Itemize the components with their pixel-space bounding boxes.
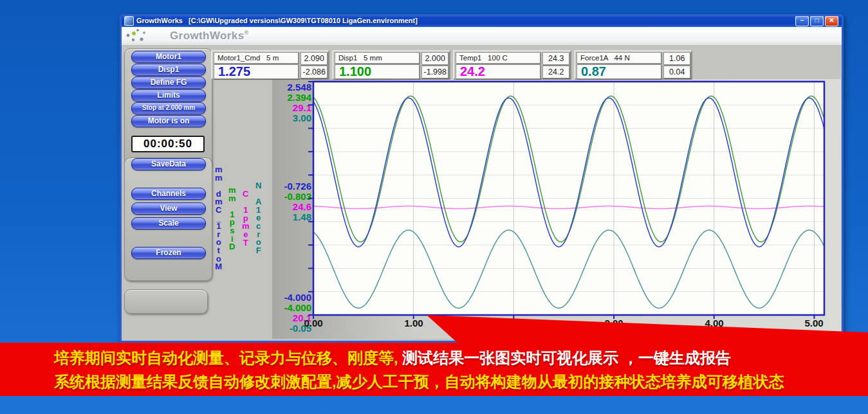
channel-name-force1a: Force1A N — [255, 182, 261, 255]
x-tick-label: 4.00 — [699, 318, 730, 328]
readout-max: 1.06 — [663, 52, 690, 65]
x-tick-label: 0.00 — [298, 318, 329, 328]
readout-title: Motor1_Cmd 5 m — [214, 52, 299, 64]
titlebar[interactable]: GrowthWorks [C:\GW\Upgraded versions\GW3… — [120, 14, 844, 27]
define-fg-button[interactable]: Define FG — [131, 76, 206, 89]
readout-main: Temp1 100 C 24.2 — [456, 52, 540, 78]
force1a-readout: Force1A 44 N 0.87 1.06 0.04 — [574, 50, 692, 80]
minimize-button[interactable]: – — [795, 15, 809, 26]
annotation-banner: 培养期间实时自动化测量、记录力与位移、刚度等, 测试结果一张图实时可视化展示 ，… — [0, 343, 868, 396]
y-label: -0.726 — [270, 181, 311, 192]
disp1-readout: Disp1 5 mm 1.100 2.000 -1.998 — [332, 50, 450, 80]
readout-title: Temp1 100 C — [456, 52, 540, 64]
readout-max: 2.000 — [421, 52, 448, 65]
readout-minmax: 2.000 -1.998 — [421, 52, 448, 78]
banner-line1-white: 测试结果一张图实时可视化展示 ，一键生成报告 — [402, 349, 731, 366]
readout-main: Motor1_Cmd 5 m 1.275 — [214, 52, 299, 78]
registered-mark: ® — [245, 30, 249, 36]
y-label: -4.000 — [270, 303, 311, 313]
logo-header: GrowthWorks® — [120, 27, 844, 45]
channels-button[interactable]: Channels — [131, 188, 206, 200]
y-label: 29.1 — [270, 103, 311, 113]
desktop: GrowthWorks [C:\GW\Upgraded versions\GW3… — [0, 0, 868, 414]
scope-panel: SCOPE Channels View Scale Frozen SaveDat… — [124, 158, 212, 281]
motor1-cmd-readout: Motor1_Cmd 5 m 1.275 2.090 -2.086 — [211, 50, 329, 80]
motor-is-on-button[interactable]: Motor is on — [131, 115, 206, 127]
y-axis-labels-middle: -0.726 -0.803 24.6 1.48 — [270, 181, 311, 222]
x-tick-label: 5.00 — [799, 318, 829, 328]
temp1-readout: Temp1 100 C 24.2 24.3 24.2 — [453, 50, 571, 80]
motor-control-panel: Motor1 Disp1 Define FG Limits Stop at 2.… — [124, 48, 212, 168]
frozen-button[interactable]: Frozen — [131, 247, 206, 259]
readout-min: 0.04 — [663, 66, 690, 78]
channel-name-temp1: Temp1 C — [242, 190, 250, 247]
limits-button[interactable]: Limits — [131, 89, 206, 102]
readout-max: 2.090 — [300, 52, 328, 65]
y-label: 2.394 — [270, 93, 311, 103]
view-button[interactable]: View — [131, 203, 206, 215]
app-icon — [124, 16, 134, 26]
readout-min: 24.2 — [542, 66, 569, 78]
savedata-button[interactable]: SaveData — [131, 158, 206, 170]
window-controls: – □ ✕ — [795, 15, 838, 26]
readout-main: Disp1 5 mm 1.100 — [335, 52, 420, 78]
x-tick-label: 3.00 — [598, 318, 629, 328]
x-tick-label: 2.00 — [498, 318, 529, 328]
readout-minmax: 24.3 24.2 — [542, 52, 569, 78]
disp1-button[interactable]: Disp1 — [131, 64, 206, 76]
readout-main: Force1A 44 N 0.87 — [577, 52, 661, 78]
readout-value: 0.87 — [577, 64, 661, 79]
motor1-button[interactable]: Motor1 — [131, 51, 206, 63]
readout-value: 1.100 — [335, 64, 420, 79]
readout-minmax: 1.06 0.04 — [663, 52, 690, 78]
readout-value: 24.2 — [456, 64, 540, 79]
stop-at-button[interactable]: Stop at 2.000 mm — [131, 102, 206, 114]
y-label: 2.548 — [270, 82, 311, 93]
close-button[interactable]: ✕ — [825, 15, 838, 26]
scale-button[interactable]: Scale — [131, 217, 206, 230]
channel-name-disp1: Disp1 mm — [228, 186, 236, 251]
empty-panel — [124, 289, 208, 314]
scope-plot — [307, 80, 831, 323]
y-axis-labels-top: 2.548 2.394 29.1 3.00 — [270, 82, 311, 123]
readout-minmax: 2.090 -2.086 — [300, 52, 328, 78]
banner-line2: 系统根据测量结果反馈自动修改刺激配置,减少人工干预，自动将构建物从最初的接种状态… — [54, 372, 784, 392]
y-label: -4.000 — [270, 292, 311, 303]
maximize-button[interactable]: □ — [810, 15, 824, 26]
y-label: 3.00 — [270, 113, 311, 123]
banner-line1-yellow: 培养期间实时自动化测量、记录力与位移、刚度等, — [54, 349, 402, 366]
readout-min: -1.998 — [421, 66, 448, 78]
x-tick-label: 1.00 — [398, 318, 429, 328]
readout-title: Force1A 44 N — [577, 52, 661, 64]
channel-name-motor1-cmd: Motor1_Cmd mm — [215, 166, 223, 271]
growthworks-logo-icon — [125, 28, 148, 44]
readout-max: 24.3 — [542, 52, 569, 65]
y-label: 1.48 — [270, 212, 311, 222]
y-label: 24.6 — [270, 202, 311, 212]
app-window: GrowthWorks [C:\GW\Upgraded versions\GW3… — [120, 14, 844, 343]
readout-min: -2.086 — [300, 66, 328, 78]
banner-line1: 培养期间实时自动化测量、记录力与位移、刚度等, 测试结果一张图实时可视化展示 ，… — [54, 348, 731, 368]
readout-title: Disp1 5 mm — [335, 52, 420, 64]
readout-value: 1.275 — [214, 64, 299, 79]
window-title: GrowthWorks [C:\GW\Upgraded versions\GW3… — [136, 17, 795, 24]
elapsed-timer: 00:00:50 — [131, 136, 205, 152]
y-label: -0.803 — [270, 192, 311, 202]
brand-logo: GrowthWorks® — [170, 30, 249, 42]
